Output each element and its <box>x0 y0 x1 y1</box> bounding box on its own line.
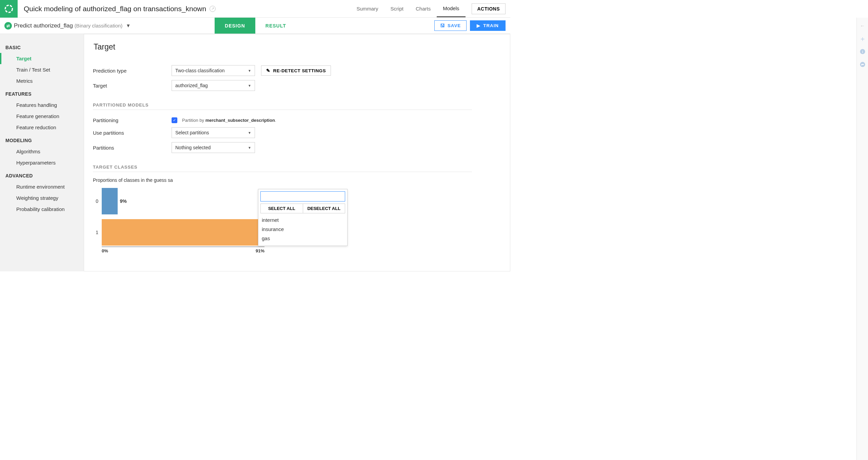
actions-button[interactable]: ACTIONS <box>472 3 506 14</box>
subtab-design[interactable]: DESIGN <box>215 18 255 34</box>
dataiku-logo-icon <box>4 4 14 14</box>
select-use-partitions[interactable]: Select partitions ▼ <box>172 127 255 138</box>
sidebar-item-target[interactable]: Target <box>0 53 84 64</box>
chart-bar-0 <box>102 188 118 214</box>
sidebar-group-features: FEATURES <box>0 87 84 99</box>
chart-bar-row-0: 0 9% <box>95 187 268 215</box>
partition-option-internet[interactable]: internet <box>260 215 345 225</box>
deselect-all-button[interactable]: DESELECT ALL <box>303 204 345 213</box>
sidebar-item-metrics[interactable]: Metrics <box>0 75 84 87</box>
select-target[interactable]: authorized_flag ▼ <box>172 80 255 91</box>
checkbox-partitioning[interactable]: ✓ <box>172 117 177 123</box>
sidebar-item-probability-calibration[interactable]: Probability calibration <box>0 204 84 215</box>
chart-bar-row-1: 1 91% <box>95 218 268 247</box>
row-use-partitions: Use partitions Select partitions ▼ <box>93 125 472 140</box>
sidebar-item-feature-reduction[interactable]: Feature reduction <box>0 122 84 133</box>
sidebar-item-train-test[interactable]: Train / Test Set <box>0 64 84 75</box>
sub-bar: ⇄ Predict authorized_flag (Binary classi… <box>0 18 510 34</box>
partitions-dropdown-search[interactable] <box>260 191 345 202</box>
design-result-tabs: DESIGN RESULT <box>215 18 296 34</box>
select-prediction-type-value: Two-class classification <box>175 68 225 73</box>
chevron-down-icon: ▾ <box>127 22 130 29</box>
sidebar-item-weighting[interactable]: Weighting strategy <box>0 192 84 204</box>
redetect-settings-button[interactable]: ✎ RE-DETECT SETTINGS <box>261 65 331 76</box>
content-panel: Target Prediction type Two-class classif… <box>84 34 510 271</box>
top-bar: Quick modeling of authorized_flag on tra… <box>0 0 510 18</box>
section-partitioned-models: PARTITIONED MODELS <box>93 102 472 110</box>
chart-y-label-1: 1 <box>95 230 102 235</box>
top-tabs: Summary Script Charts Models ACTIONS <box>350 0 510 17</box>
predict-title[interactable]: Predict authorized_flag (Binary classifi… <box>14 22 130 29</box>
save-icon: 🖫 <box>440 23 445 28</box>
row-partitions: Partitions Nothing selected ▼ <box>93 140 472 155</box>
chart-x-tick-max: 91% <box>256 248 264 253</box>
tab-charts[interactable]: Charts <box>410 0 437 17</box>
row-target: Target authorized_flag ▼ <box>93 78 472 93</box>
select-partitions-value: Nothing selected <box>175 145 211 150</box>
sidebar-item-hyperparameters[interactable]: Hyperparameters <box>0 157 84 168</box>
partitions-dropdown-panel: SELECT ALL DESELECT ALL internet insuran… <box>258 189 348 246</box>
sidebar-item-features-handling[interactable]: Features handling <box>0 99 84 111</box>
tab-script[interactable]: Script <box>384 0 410 17</box>
sidebar-group-modeling: MODELING <box>0 133 84 146</box>
row-partitioning: Partitioning ✓ Partition by merchant_sub… <box>93 115 472 125</box>
sidebar-group-advanced: ADVANCED <box>0 168 84 181</box>
partitioning-note-field: merchant_subsector_description <box>205 118 275 123</box>
save-button[interactable]: 🖫 SAVE <box>434 20 467 31</box>
row-prediction-type: Prediction type Two-class classification… <box>93 63 472 78</box>
class-proportions-chart: 0 9% 1 91% 0% 91% <box>95 187 268 253</box>
chart-bar-1 <box>102 219 264 246</box>
chart-x-tick-min: 0% <box>102 248 108 253</box>
page-title-text: Quick modeling of authorized_flag on tra… <box>24 5 206 13</box>
settings-sidebar: BASIC Target Train / Test Set Metrics FE… <box>0 34 84 271</box>
select-prediction-type[interactable]: Two-class classification ▼ <box>172 65 255 76</box>
train-label: TRAIN <box>483 23 499 28</box>
section-target-classes: TARGET CLASSES <box>93 165 472 172</box>
app-logo[interactable] <box>0 0 18 18</box>
predict-badge-icon: ⇄ <box>4 22 12 30</box>
magic-wand-icon: ✎ <box>266 68 271 73</box>
page-title: Quick modeling of authorized_flag on tra… <box>24 5 216 13</box>
label-use-partitions: Use partitions <box>93 130 172 136</box>
chart-x-axis: 0% 91% <box>102 247 264 253</box>
subtab-result[interactable]: RESULT <box>255 18 296 34</box>
save-label: SAVE <box>448 23 461 28</box>
caret-down-icon: ▼ <box>248 146 251 150</box>
chart-bar-0-value: 9% <box>120 198 126 204</box>
sidebar-item-runtime-env[interactable]: Runtime environment <box>0 181 84 192</box>
open-external-icon[interactable]: ↗ <box>210 6 216 12</box>
select-all-button[interactable]: SELECT ALL <box>261 204 303 213</box>
sidebar-item-feature-generation[interactable]: Feature generation <box>0 111 84 122</box>
content-title: Target <box>93 42 472 52</box>
play-icon: ▶ <box>477 23 480 28</box>
partitioning-note: Partition by merchant_subsector_descript… <box>182 118 276 123</box>
tab-summary[interactable]: Summary <box>350 0 384 17</box>
train-button[interactable]: ▶ TRAIN <box>470 20 506 31</box>
main-area: BASIC Target Train / Test Set Metrics FE… <box>0 34 510 271</box>
caret-down-icon: ▼ <box>248 69 251 73</box>
caret-down-icon: ▼ <box>248 131 251 135</box>
select-target-value: authorized_flag <box>175 83 208 88</box>
label-prediction-type: Prediction type <box>93 68 172 74</box>
chart-y-label-0: 0 <box>95 198 102 204</box>
caret-down-icon: ▼ <box>248 84 251 88</box>
label-partitioning: Partitioning <box>93 117 172 123</box>
tab-models[interactable]: Models <box>437 0 465 17</box>
svg-point-0 <box>5 5 13 12</box>
partitioning-note-prefix: Partition by <box>182 118 205 123</box>
sidebar-item-algorithms[interactable]: Algorithms <box>0 146 84 157</box>
predict-title-text: Predict authorized_flag <box>14 22 73 29</box>
sidebar-group-basic: BASIC <box>0 40 84 53</box>
partition-option-insurance[interactable]: insurance <box>260 225 345 234</box>
proportions-text: Proportions of classes in the guess sa <box>93 177 472 183</box>
label-target: Target <box>93 83 172 89</box>
select-use-partitions-value: Select partitions <box>175 130 209 135</box>
label-partitions: Partitions <box>93 145 172 151</box>
predict-subtitle: (Binary classification) <box>75 23 123 28</box>
select-partitions[interactable]: Nothing selected ▼ <box>172 142 255 153</box>
partitions-dropdown-list: internet insurance gas <box>260 213 345 243</box>
redetect-label: RE-DETECT SETTINGS <box>273 68 326 73</box>
partition-option-gas[interactable]: gas <box>260 234 345 243</box>
partitioning-note-suffix: . <box>275 118 276 123</box>
